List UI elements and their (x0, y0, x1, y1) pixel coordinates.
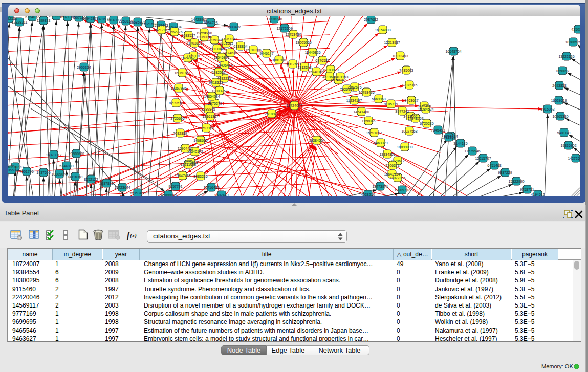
svg-text:6451468: 6451468 (487, 164, 501, 167)
svg-text:10496474: 10496474 (216, 63, 232, 67)
svg-text:6876587: 6876587 (315, 59, 329, 62)
svg-text:15748109: 15748109 (308, 70, 324, 74)
svg-text:2675279: 2675279 (208, 102, 222, 105)
svg-text:8239518: 8239518 (169, 101, 183, 105)
svg-text:10809078: 10809078 (51, 172, 67, 176)
svg-text:10965380: 10965380 (552, 115, 568, 118)
svg-text:4038210: 4038210 (361, 193, 375, 196)
svg-text:19384554: 19384554 (309, 139, 324, 142)
svg-text:4463329: 4463329 (374, 141, 387, 145)
svg-text:18724007: 18724007 (286, 104, 302, 107)
svg-text:4350814: 4350814 (571, 28, 580, 31)
svg-text:9602449: 9602449 (214, 193, 228, 196)
svg-text:16642134: 16642134 (384, 172, 400, 176)
svg-text:5244839: 5244839 (59, 164, 73, 168)
svg-text:3300487: 3300487 (227, 25, 241, 29)
svg-text:15010386: 15010386 (245, 48, 261, 52)
svg-text:3725606: 3725606 (170, 117, 184, 120)
svg-text:16154808: 16154808 (375, 28, 390, 32)
svg-text:17267342: 17267342 (221, 37, 237, 41)
svg-text:12213987: 12213987 (384, 41, 400, 45)
svg-text:6138864: 6138864 (233, 45, 247, 48)
svg-text:8552122: 8552122 (84, 178, 98, 181)
svg-text:1199833: 1199833 (37, 19, 51, 23)
svg-text:16529619: 16529619 (551, 99, 567, 102)
svg-text:3881908: 3881908 (272, 58, 286, 62)
svg-text:9758751: 9758751 (520, 188, 534, 191)
svg-text:12284524: 12284524 (418, 107, 433, 111)
svg-text:12172009: 12172009 (276, 27, 292, 30)
svg-text:(x): (x) (130, 232, 137, 239)
svg-text:14854084: 14854084 (204, 95, 220, 98)
svg-text:5669958: 5669958 (372, 97, 385, 101)
svg-text:9463627: 9463627 (404, 99, 418, 102)
svg-text:17848763: 17848763 (407, 117, 423, 120)
svg-text:12753430: 12753430 (285, 33, 301, 36)
svg-text:19836902: 19836902 (560, 144, 576, 147)
svg-text:16798436: 16798436 (358, 91, 374, 94)
svg-text:19680600: 19680600 (68, 152, 84, 156)
svg-text:14541480: 14541480 (353, 110, 369, 114)
svg-text:9105719: 9105719 (384, 102, 398, 106)
svg-text:2093858: 2093858 (552, 84, 566, 87)
svg-text:15591807: 15591807 (366, 131, 382, 135)
svg-text:1624952: 1624952 (181, 56, 194, 60)
svg-text:10183870: 10183870 (322, 68, 338, 72)
svg-text:10340172: 10340172 (187, 150, 203, 154)
svg-text:10027568: 10027568 (401, 129, 417, 133)
svg-text:11546801: 11546801 (214, 56, 230, 59)
svg-text:15166688: 15166688 (160, 193, 176, 196)
svg-text:12015707: 12015707 (475, 157, 491, 160)
svg-text:13334851: 13334851 (379, 152, 395, 156)
svg-text:11234197: 11234197 (346, 99, 362, 102)
svg-text:10973493: 10973493 (392, 54, 408, 58)
svg-text:10652776: 10652776 (166, 30, 182, 34)
svg-text:16648764: 16648764 (445, 50, 461, 53)
svg-text:12440826: 12440826 (304, 51, 320, 54)
svg-text:14116361: 14116361 (68, 175, 83, 179)
svg-text:2518977: 2518977 (265, 112, 278, 116)
svg-text:18473971: 18473971 (372, 185, 388, 188)
svg-text:7770612: 7770612 (390, 159, 404, 163)
svg-text:17423644: 17423644 (114, 186, 130, 189)
svg-text:1156046: 1156046 (362, 119, 376, 123)
svg-text:6720285: 6720285 (420, 122, 433, 125)
svg-text:11859405: 11859405 (130, 191, 146, 195)
svg-text:2206373: 2206373 (385, 164, 399, 167)
svg-text:11077895: 11077895 (390, 176, 406, 180)
svg-text:1937556: 1937556 (36, 171, 50, 174)
svg-text:7658097: 7658097 (555, 69, 569, 73)
svg-text:5982562: 5982562 (211, 71, 225, 74)
svg-text:19524298: 19524298 (196, 31, 212, 35)
svg-text:7485003: 7485003 (399, 69, 413, 72)
svg-text:5401141: 5401141 (557, 131, 571, 135)
svg-text:2362675: 2362675 (347, 85, 361, 89)
svg-text:9446147: 9446147 (259, 52, 273, 55)
svg-text:19055392: 19055392 (330, 78, 346, 82)
svg-text:3144185: 3144185 (453, 142, 467, 145)
svg-text:13647455: 13647455 (175, 174, 190, 178)
svg-text:16373317: 16373317 (46, 153, 61, 157)
svg-text:9915053: 9915053 (540, 107, 554, 111)
svg-text:7345493: 7345493 (431, 128, 445, 132)
svg-text:15716485: 15716485 (203, 186, 219, 189)
svg-text:8977241: 8977241 (395, 110, 409, 113)
svg-text:15322990: 15322990 (508, 180, 524, 183)
svg-text:18786575: 18786575 (565, 40, 580, 44)
svg-text:4194512: 4194512 (531, 193, 545, 196)
svg-text:8083216: 8083216 (193, 174, 207, 178)
svg-text:13066034: 13066034 (8, 168, 20, 172)
svg-text:1468650: 1468650 (193, 139, 207, 142)
svg-text:18899090: 18899090 (397, 145, 412, 149)
svg-text:8864726: 8864726 (204, 21, 217, 25)
svg-text:4932235: 4932235 (217, 77, 231, 80)
svg-text:19211694: 19211694 (181, 163, 197, 166)
svg-text:11703103: 11703103 (187, 41, 203, 45)
svg-text:7032889: 7032889 (173, 132, 187, 135)
svg-text:17111040: 17111040 (209, 47, 225, 51)
svg-text:12975115: 12975115 (402, 83, 418, 87)
svg-text:17892550: 17892550 (8, 17, 17, 20)
svg-text:9289845: 9289845 (201, 107, 215, 111)
svg-text:2987883: 2987883 (99, 182, 113, 185)
svg-text:17579946: 17579946 (464, 149, 480, 153)
